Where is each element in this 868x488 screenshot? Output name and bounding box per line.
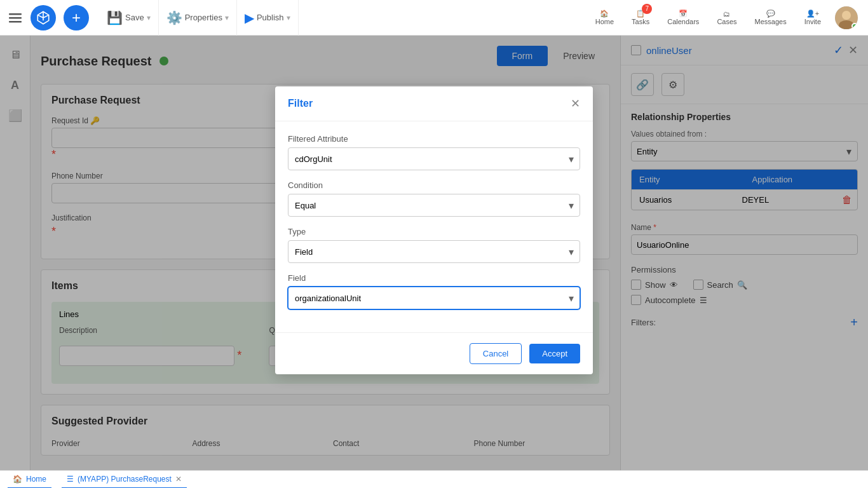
modal-footer: Cancel Accept xyxy=(275,332,593,374)
filtered-attr-field: Filtered Attribute cdOrgUnit xyxy=(288,134,580,170)
field-field: Field organizationalUnit xyxy=(288,273,580,309)
home-tab-label: Home xyxy=(26,475,46,484)
home-icon: 🏠 xyxy=(600,10,609,18)
add-button[interactable]: + xyxy=(64,5,89,30)
messages-icon: 💬 xyxy=(766,10,775,18)
cases-icon: 🗂 xyxy=(723,10,730,18)
publish-icon: ▶ xyxy=(245,10,254,25)
svg-rect-1 xyxy=(9,17,22,19)
properties-action[interactable]: ⚙️ Properties ▾ xyxy=(159,0,237,36)
tasks-nav-btn[interactable]: 📋 Tasks 7 xyxy=(623,0,658,36)
modal-header: Filter ✕ xyxy=(275,86,593,121)
properties-icon: ⚙️ xyxy=(166,10,182,25)
svg-point-4 xyxy=(842,11,851,20)
field-select[interactable]: organizationalUnit xyxy=(288,287,580,309)
home-tab-icon: 🏠 xyxy=(13,475,22,484)
top-nav: + 💾 Save ▾ ⚙️ Properties ▾ ▶ Publish ▾ 🏠… xyxy=(0,0,868,36)
save-icon: 💾 xyxy=(107,10,123,25)
calendars-nav-btn[interactable]: 📅 Calendars xyxy=(658,0,708,36)
nav-actions: 💾 Save ▾ ⚙️ Properties ▾ ▶ Publish ▾ xyxy=(99,0,299,36)
filter-modal: Filter ✕ Filtered Attribute cdOrgUnit Co… xyxy=(275,86,593,374)
tab-grid-icon: ☰ xyxy=(67,475,74,484)
filtered-attr-label: Filtered Attribute xyxy=(288,134,580,144)
hamburger-menu[interactable] xyxy=(5,8,25,28)
condition-select[interactable]: Equal xyxy=(288,194,580,217)
modal-body: Filtered Attribute cdOrgUnit Condition E… xyxy=(275,121,593,332)
properties-label: Properties xyxy=(185,13,222,22)
save-chevron[interactable]: ▾ xyxy=(147,13,151,22)
svg-rect-2 xyxy=(9,21,22,23)
field-label: Field xyxy=(288,273,580,283)
modal-overlay: Filter ✕ Filtered Attribute cdOrgUnit Co… xyxy=(0,36,868,470)
user-avatar[interactable] xyxy=(835,6,858,29)
home-nav-btn[interactable]: 🏠 Home xyxy=(587,0,623,36)
svg-rect-0 xyxy=(9,13,22,15)
properties-chevron[interactable]: ▾ xyxy=(225,13,229,22)
home-tab[interactable]: 🏠 Home xyxy=(8,471,51,489)
save-action[interactable]: 💾 Save ▾ xyxy=(99,0,159,36)
calendar-icon: 📅 xyxy=(679,10,688,18)
online-indicator xyxy=(851,23,858,29)
condition-select-wrap: Equal xyxy=(288,194,580,217)
messages-nav-btn[interactable]: 💬 Messages xyxy=(746,0,796,36)
condition-field: Condition Equal xyxy=(288,180,580,217)
accept-button[interactable]: Accept xyxy=(529,344,580,363)
type-select[interactable]: Field xyxy=(288,240,580,263)
filtered-attr-select[interactable]: cdOrgUnit xyxy=(288,147,580,170)
purchase-request-tab[interactable]: ☰ (MYAPP) PurchaseRequest ✕ xyxy=(62,471,187,489)
publish-chevron[interactable]: ▾ xyxy=(287,13,290,22)
publish-label: Publish xyxy=(257,13,284,22)
filtered-attr-select-wrap: cdOrgUnit xyxy=(288,147,580,170)
type-label: Type xyxy=(288,227,580,236)
condition-label: Condition xyxy=(288,180,580,190)
invite-nav-btn[interactable]: 👤+ Invite xyxy=(796,0,830,36)
purchase-request-tab-label: (MYAPP) PurchaseRequest xyxy=(78,475,172,484)
invite-icon: 👤+ xyxy=(806,10,819,18)
modal-title: Filter xyxy=(288,98,313,109)
nav-icons-right: 🏠 Home 📋 Tasks 7 📅 Calendars 🗂 Cases 💬 M… xyxy=(587,0,863,36)
modal-close-btn[interactable]: ✕ xyxy=(571,97,580,111)
field-select-wrap: organizationalUnit xyxy=(288,287,580,309)
type-field: Type Field xyxy=(288,227,580,263)
cases-nav-btn[interactable]: 🗂 Cases xyxy=(708,0,745,36)
app-logo xyxy=(31,5,56,30)
tab-close-icon[interactable]: ✕ xyxy=(175,475,182,484)
status-bar: 🏠 Home ☰ (MYAPP) PurchaseRequest ✕ xyxy=(0,470,868,488)
cancel-button[interactable]: Cancel xyxy=(470,343,522,364)
publish-action[interactable]: ▶ Publish ▾ xyxy=(237,0,299,36)
tasks-badge: 7 xyxy=(642,4,652,14)
type-select-wrap: Field xyxy=(288,240,580,263)
save-label: Save xyxy=(125,13,144,22)
